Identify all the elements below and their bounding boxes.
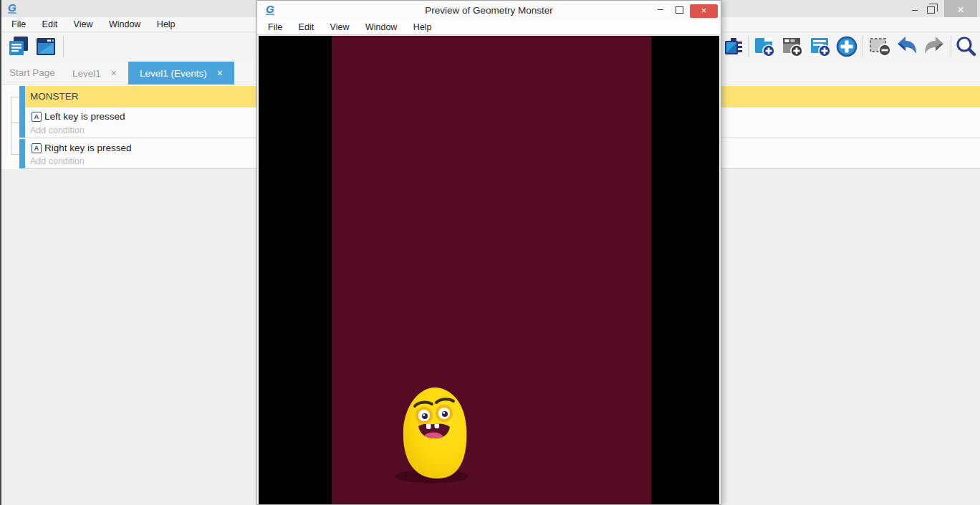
debugger-icon[interactable] — [721, 35, 744, 58]
preview-window: G Preview of Geometry Monster – × File E… — [256, 0, 721, 505]
search-icon[interactable] — [955, 35, 978, 58]
menu-window[interactable]: Window — [102, 17, 147, 32]
add-event-icon[interactable] — [754, 35, 777, 58]
event-selection-bar — [19, 139, 25, 168]
event-tree-connector — [11, 97, 19, 97]
toolbar-separator — [951, 36, 951, 57]
menu-file[interactable]: File — [5, 17, 32, 32]
tab-close-icon[interactable]: × — [111, 67, 117, 79]
event-selection-bar — [19, 107, 25, 138]
keyboard-key-icon: A — [32, 143, 42, 153]
add-condition-link[interactable]: Add condition — [30, 125, 85, 135]
preview-menubar: File Edit View Window Help — [257, 20, 721, 35]
preview-close-button[interactable]: × — [690, 4, 718, 18]
tab-close-icon[interactable]: × — [217, 67, 223, 79]
game-canvas[interactable] — [259, 36, 719, 504]
preview-window-title: Preview of Geometry Monster — [257, 1, 721, 20]
preview-titlebar: G Preview of Geometry Monster – × — [257, 1, 721, 20]
event-tree-connector — [11, 97, 11, 154]
screen: G – × File Edit View Window Help — [0, 0, 980, 505]
undo-icon[interactable] — [895, 35, 918, 58]
preview-menu-view[interactable]: View — [324, 20, 356, 34]
monster-character — [395, 385, 469, 485]
add-other-event-icon[interactable] — [835, 35, 858, 58]
tab-level1[interactable]: Level1× — [72, 62, 117, 85]
toolbar-separator — [862, 36, 863, 57]
menu-edit[interactable]: Edit — [36, 17, 64, 32]
preview-menu-help[interactable]: Help — [407, 20, 438, 34]
preview-maximize-button[interactable] — [676, 6, 683, 14]
event-tree-connector — [11, 154, 19, 155]
delete-event-icon[interactable] — [868, 35, 891, 58]
event-tree-connector — [11, 122, 19, 123]
add-comment-icon[interactable] — [810, 35, 832, 58]
scene-editor-icon[interactable] — [34, 35, 57, 58]
menu-help[interactable]: Help — [150, 17, 182, 32]
redo-icon[interactable] — [923, 35, 946, 58]
condition-text[interactable]: Left key is pressed — [44, 111, 125, 122]
preview-minimize-button[interactable]: – — [653, 1, 668, 18]
toolbar-separator — [63, 36, 64, 57]
game-stage — [332, 36, 651, 504]
preview-menu-edit[interactable]: Edit — [292, 20, 321, 34]
add-condition-link[interactable]: Add condition — [30, 156, 85, 166]
condition-text[interactable]: Right key is pressed — [44, 143, 132, 153]
add-subevent-icon[interactable] — [782, 35, 804, 58]
project-manager-icon[interactable] — [7, 35, 30, 58]
restore-button[interactable] — [927, 6, 935, 14]
event-selection-bar — [19, 86, 25, 107]
toolbar-separator — [748, 36, 749, 57]
preview-menu-file[interactable]: File — [261, 20, 289, 34]
tab-level1-events[interactable]: Level1 (Events)× — [128, 62, 234, 85]
menu-view[interactable]: View — [67, 17, 100, 32]
tab-start-page[interactable]: Start Page — [9, 62, 55, 85]
preview-menu-window[interactable]: Window — [359, 20, 403, 34]
gdevelop-logo-icon: G — [8, 3, 16, 14]
keyboard-key-icon: A — [32, 112, 42, 122]
